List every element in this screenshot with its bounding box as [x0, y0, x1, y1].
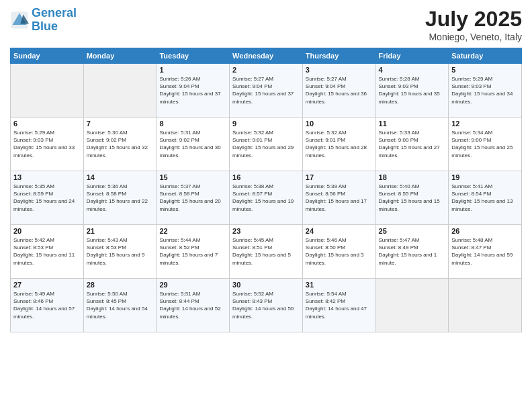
- calendar-cell: 7Sunrise: 5:30 AM Sunset: 9:02 PM Daylig…: [83, 118, 157, 171]
- calendar-cell: 29Sunrise: 5:51 AM Sunset: 8:44 PM Dayli…: [157, 279, 230, 332]
- day-info: Sunrise: 5:34 AM Sunset: 9:00 PM Dayligh…: [451, 129, 519, 159]
- day-number: 3: [306, 66, 373, 74]
- day-number: 23: [232, 227, 300, 235]
- logo-blue: Blue: [32, 19, 58, 33]
- day-info: Sunrise: 5:49 AM Sunset: 8:46 PM Dayligh…: [13, 290, 81, 320]
- calendar-cell: 14Sunrise: 5:36 AM Sunset: 8:58 PM Dayli…: [83, 171, 157, 225]
- day-number: 25: [379, 227, 446, 235]
- day-info: Sunrise: 5:31 AM Sunset: 9:02 PM Dayligh…: [159, 129, 226, 159]
- calendar-cell: 6Sunrise: 5:29 AM Sunset: 9:03 PM Daylig…: [11, 118, 84, 171]
- calendar-cell: 24Sunrise: 5:46 AM Sunset: 8:50 PM Dayli…: [302, 225, 375, 279]
- day-info: Sunrise: 5:51 AM Sunset: 8:44 PM Dayligh…: [159, 290, 226, 320]
- day-info: Sunrise: 5:43 AM Sunset: 8:53 PM Dayligh…: [87, 236, 154, 267]
- day-info: Sunrise: 5:54 AM Sunset: 8:42 PM Dayligh…: [306, 290, 373, 320]
- day-number: 8: [159, 120, 226, 128]
- day-info: Sunrise: 5:35 AM Sunset: 8:59 PM Dayligh…: [13, 183, 81, 213]
- day-number: 26: [451, 227, 519, 235]
- day-info: Sunrise: 5:38 AM Sunset: 8:57 PM Dayligh…: [232, 183, 300, 213]
- day-number: 12: [451, 120, 519, 128]
- day-number: 30: [232, 281, 300, 289]
- day-info: Sunrise: 5:46 AM Sunset: 8:50 PM Dayligh…: [306, 236, 373, 267]
- day-number: 13: [13, 173, 81, 181]
- day-info: Sunrise: 5:39 AM Sunset: 8:56 PM Dayligh…: [306, 183, 373, 213]
- calendar-cell: 10Sunrise: 5:32 AM Sunset: 9:01 PM Dayli…: [302, 118, 375, 171]
- calendar-cell: [11, 64, 84, 118]
- day-number: 10: [306, 120, 373, 128]
- day-info: Sunrise: 5:42 AM Sunset: 8:53 PM Dayligh…: [13, 236, 81, 267]
- day-number: 19: [451, 173, 519, 181]
- calendar-table: SundayMondayTuesdayWednesdayThursdayFrid…: [10, 48, 522, 332]
- logo-general: General: [32, 6, 77, 19]
- calendar-cell: 30Sunrise: 5:52 AM Sunset: 8:43 PM Dayli…: [230, 279, 303, 332]
- day-number: 15: [159, 173, 226, 181]
- calendar-cell: 12Sunrise: 5:34 AM Sunset: 9:00 PM Dayli…: [449, 118, 522, 171]
- calendar-cell: 22Sunrise: 5:44 AM Sunset: 8:52 PM Dayli…: [157, 225, 230, 279]
- weekday-header-thursday: Thursday: [302, 48, 375, 64]
- day-info: Sunrise: 5:33 AM Sunset: 9:00 PM Dayligh…: [379, 129, 446, 159]
- day-info: Sunrise: 5:40 AM Sunset: 8:55 PM Dayligh…: [379, 183, 446, 213]
- calendar-week-1: 1Sunrise: 5:26 AM Sunset: 9:04 PM Daylig…: [11, 64, 522, 118]
- title-block: July 2025 Moniego, Veneto, Italy: [425, 7, 522, 42]
- calendar-cell: 9Sunrise: 5:32 AM Sunset: 9:01 PM Daylig…: [230, 118, 303, 171]
- day-info: Sunrise: 5:48 AM Sunset: 8:47 PM Dayligh…: [451, 236, 519, 267]
- day-info: Sunrise: 5:29 AM Sunset: 9:03 PM Dayligh…: [13, 129, 81, 159]
- calendar-cell: 23Sunrise: 5:45 AM Sunset: 8:51 PM Dayli…: [230, 225, 303, 279]
- calendar-week-2: 6Sunrise: 5:29 AM Sunset: 9:03 PM Daylig…: [11, 118, 522, 171]
- day-number: 18: [379, 173, 446, 181]
- month-title: July 2025: [425, 7, 522, 32]
- location: Moniego, Veneto, Italy: [425, 32, 522, 42]
- calendar-cell: 13Sunrise: 5:35 AM Sunset: 8:59 PM Dayli…: [11, 171, 84, 225]
- day-number: 7: [87, 120, 154, 128]
- day-number: 4: [379, 66, 446, 74]
- calendar-week-4: 20Sunrise: 5:42 AM Sunset: 8:53 PM Dayli…: [11, 225, 522, 279]
- day-info: Sunrise: 5:41 AM Sunset: 8:54 PM Dayligh…: [451, 183, 519, 213]
- day-number: 6: [13, 120, 81, 128]
- day-info: Sunrise: 5:44 AM Sunset: 8:52 PM Dayligh…: [159, 236, 226, 267]
- calendar-cell: 21Sunrise: 5:43 AM Sunset: 8:53 PM Dayli…: [83, 225, 157, 279]
- day-info: Sunrise: 5:52 AM Sunset: 8:43 PM Dayligh…: [232, 290, 300, 320]
- day-info: Sunrise: 5:32 AM Sunset: 9:01 PM Dayligh…: [306, 129, 373, 159]
- day-info: Sunrise: 5:45 AM Sunset: 8:51 PM Dayligh…: [232, 236, 300, 267]
- day-number: 28: [87, 281, 154, 289]
- day-info: Sunrise: 5:30 AM Sunset: 9:02 PM Dayligh…: [87, 129, 154, 159]
- day-number: 11: [379, 120, 446, 128]
- day-number: 16: [232, 173, 300, 181]
- day-number: 20: [13, 227, 81, 235]
- weekday-header-monday: Monday: [83, 48, 157, 64]
- day-number: 24: [306, 227, 373, 235]
- day-info: Sunrise: 5:47 AM Sunset: 8:49 PM Dayligh…: [379, 236, 446, 267]
- day-number: 9: [232, 120, 300, 128]
- calendar-cell: 25Sunrise: 5:47 AM Sunset: 8:49 PM Dayli…: [375, 225, 449, 279]
- calendar-cell: 1Sunrise: 5:26 AM Sunset: 9:04 PM Daylig…: [157, 64, 230, 118]
- calendar-cell: 17Sunrise: 5:39 AM Sunset: 8:56 PM Dayli…: [302, 171, 375, 225]
- day-info: Sunrise: 5:32 AM Sunset: 9:01 PM Dayligh…: [232, 129, 300, 159]
- calendar-cell: 11Sunrise: 5:33 AM Sunset: 9:00 PM Dayli…: [375, 118, 449, 171]
- calendar-cell: 28Sunrise: 5:50 AM Sunset: 8:45 PM Dayli…: [83, 279, 157, 332]
- calendar-cell: 27Sunrise: 5:49 AM Sunset: 8:46 PM Dayli…: [11, 279, 84, 332]
- calendar-cell: [83, 64, 157, 118]
- day-info: Sunrise: 5:37 AM Sunset: 8:58 PM Dayligh…: [159, 183, 226, 213]
- logo: General Blue: [10, 7, 77, 34]
- calendar-cell: 26Sunrise: 5:48 AM Sunset: 8:47 PM Dayli…: [449, 225, 522, 279]
- day-number: 21: [87, 227, 154, 235]
- day-info: Sunrise: 5:36 AM Sunset: 8:58 PM Dayligh…: [87, 183, 154, 213]
- day-info: Sunrise: 5:27 AM Sunset: 9:04 PM Dayligh…: [232, 75, 300, 105]
- calendar-cell: 20Sunrise: 5:42 AM Sunset: 8:53 PM Dayli…: [11, 225, 84, 279]
- day-info: Sunrise: 5:29 AM Sunset: 9:03 PM Dayligh…: [451, 75, 519, 105]
- calendar-cell: 18Sunrise: 5:40 AM Sunset: 8:55 PM Dayli…: [375, 171, 449, 225]
- day-number: 17: [306, 173, 373, 181]
- calendar-cell: 31Sunrise: 5:54 AM Sunset: 8:42 PM Dayli…: [302, 279, 375, 332]
- calendar-cell: [449, 279, 522, 332]
- day-number: 5: [451, 66, 519, 74]
- logo-text: General Blue: [32, 7, 77, 34]
- day-info: Sunrise: 5:28 AM Sunset: 9:03 PM Dayligh…: [379, 75, 446, 105]
- day-number: 22: [159, 227, 226, 235]
- day-number: 2: [232, 66, 300, 74]
- day-number: 1: [159, 66, 226, 74]
- page: General Blue July 2025 Moniego, Veneto, …: [0, 0, 532, 411]
- calendar-cell: 19Sunrise: 5:41 AM Sunset: 8:54 PM Dayli…: [449, 171, 522, 225]
- calendar-cell: 15Sunrise: 5:37 AM Sunset: 8:58 PM Dayli…: [157, 171, 230, 225]
- day-info: Sunrise: 5:27 AM Sunset: 9:04 PM Dayligh…: [306, 75, 373, 105]
- day-number: 14: [87, 173, 154, 181]
- header: General Blue July 2025 Moniego, Veneto, …: [10, 7, 522, 42]
